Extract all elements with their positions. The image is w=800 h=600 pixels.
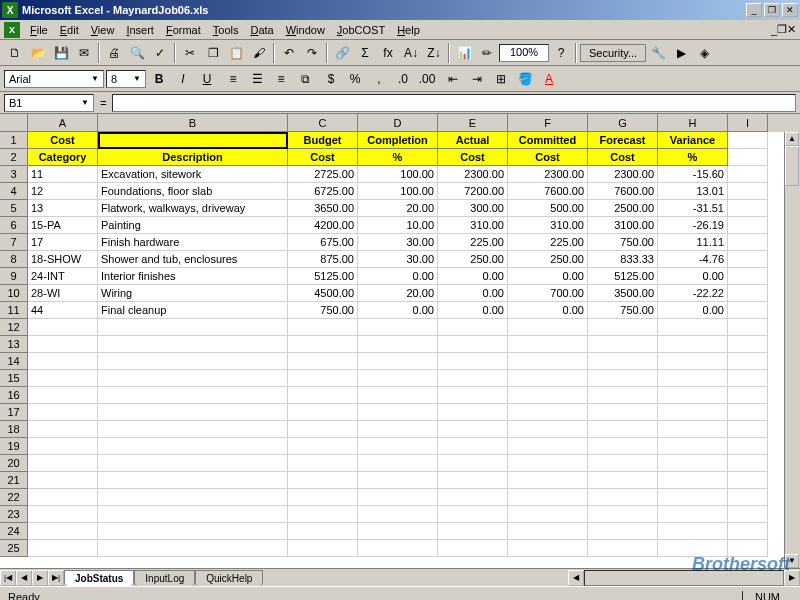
cell-G21[interactable] [588, 472, 658, 489]
cell-I16[interactable] [728, 387, 768, 404]
cell-H20[interactable] [658, 455, 728, 472]
inc-indent-icon[interactable]: ⇥ [466, 68, 488, 90]
cell-B18[interactable] [98, 421, 288, 438]
cell-C12[interactable] [288, 319, 358, 336]
cell-G1[interactable]: Forecast [588, 132, 658, 149]
cell-C17[interactable] [288, 404, 358, 421]
cell-D3[interactable]: 100.00 [358, 166, 438, 183]
cell-H11[interactable]: 0.00 [658, 302, 728, 319]
help-icon[interactable]: ? [550, 42, 572, 64]
underline-icon[interactable]: U [196, 68, 218, 90]
cell-H22[interactable] [658, 489, 728, 506]
cell-D25[interactable] [358, 540, 438, 557]
cell-F14[interactable] [508, 353, 588, 370]
cell-A1[interactable]: Cost [28, 132, 98, 149]
cell-G24[interactable] [588, 523, 658, 540]
cell-F19[interactable] [508, 438, 588, 455]
cell-C15[interactable] [288, 370, 358, 387]
cell-F8[interactable]: 250.00 [508, 251, 588, 268]
cell-G5[interactable]: 2500.00 [588, 200, 658, 217]
cell-C10[interactable]: 4500.00 [288, 285, 358, 302]
cell-H16[interactable] [658, 387, 728, 404]
cell-A11[interactable]: 44 [28, 302, 98, 319]
cell-C20[interactable] [288, 455, 358, 472]
cell-B8[interactable]: Shower and tub, enclosures [98, 251, 288, 268]
cell-C25[interactable] [288, 540, 358, 557]
cell-G22[interactable] [588, 489, 658, 506]
tools-icon[interactable]: 🔧 [647, 42, 669, 64]
cell-H24[interactable] [658, 523, 728, 540]
cell-F25[interactable] [508, 540, 588, 557]
close-button[interactable]: ✕ [782, 3, 798, 17]
tab-quickhelp[interactable]: QuickHelp [195, 570, 263, 586]
cell-F15[interactable] [508, 370, 588, 387]
cell-G15[interactable] [588, 370, 658, 387]
col-header-H[interactable]: H [658, 114, 728, 132]
row-header-6[interactable]: 6 [0, 217, 28, 234]
cell-C14[interactable] [288, 353, 358, 370]
cell-G6[interactable]: 3100.00 [588, 217, 658, 234]
doc-close-button[interactable]: ✕ [787, 23, 796, 36]
col-header-F[interactable]: F [508, 114, 588, 132]
cell-C9[interactable]: 5125.00 [288, 268, 358, 285]
cell-C22[interactable] [288, 489, 358, 506]
row-header-25[interactable]: 25 [0, 540, 28, 557]
cell-F24[interactable] [508, 523, 588, 540]
name-box[interactable]: B1▼ [4, 94, 94, 112]
cell-E18[interactable] [438, 421, 508, 438]
cell-A2[interactable]: Category [28, 149, 98, 166]
cell-E13[interactable] [438, 336, 508, 353]
cell-D24[interactable] [358, 523, 438, 540]
cell-H18[interactable] [658, 421, 728, 438]
cell-B2[interactable]: Description [98, 149, 288, 166]
cell-H1[interactable]: Variance [658, 132, 728, 149]
cell-F13[interactable] [508, 336, 588, 353]
cell-H23[interactable] [658, 506, 728, 523]
cell-F16[interactable] [508, 387, 588, 404]
cell-E1[interactable]: Actual [438, 132, 508, 149]
cell-I7[interactable] [728, 234, 768, 251]
comma-icon[interactable]: , [368, 68, 390, 90]
cell-C7[interactable]: 675.00 [288, 234, 358, 251]
cell-G12[interactable] [588, 319, 658, 336]
cell-B10[interactable]: Wiring [98, 285, 288, 302]
cell-G17[interactable] [588, 404, 658, 421]
menu-insert[interactable]: Insert [120, 22, 160, 38]
row-header-10[interactable]: 10 [0, 285, 28, 302]
cell-B17[interactable] [98, 404, 288, 421]
cell-A14[interactable] [28, 353, 98, 370]
font-combo[interactable]: Arial▼ [4, 70, 104, 88]
cut-icon[interactable]: ✂ [179, 42, 201, 64]
row-header-9[interactable]: 9 [0, 268, 28, 285]
cell-G2[interactable]: Cost [588, 149, 658, 166]
zoom-combo[interactable]: 100% [499, 44, 549, 62]
cell-B22[interactable] [98, 489, 288, 506]
cell-F6[interactable]: 310.00 [508, 217, 588, 234]
preview-icon[interactable]: 🔍 [126, 42, 148, 64]
cell-E12[interactable] [438, 319, 508, 336]
cell-C2[interactable]: Cost [288, 149, 358, 166]
borders-icon[interactable]: ⊞ [490, 68, 512, 90]
cell-D6[interactable]: 10.00 [358, 217, 438, 234]
paste-icon[interactable]: 📋 [225, 42, 247, 64]
save-icon[interactable]: 💾 [50, 42, 72, 64]
cell-I17[interactable] [728, 404, 768, 421]
security-button[interactable]: Security... [580, 44, 646, 62]
cell-G11[interactable]: 750.00 [588, 302, 658, 319]
cell-B21[interactable] [98, 472, 288, 489]
cell-B24[interactable] [98, 523, 288, 540]
row-header-14[interactable]: 14 [0, 353, 28, 370]
cell-A15[interactable] [28, 370, 98, 387]
cell-F20[interactable] [508, 455, 588, 472]
macro-icon[interactable]: ▶ [670, 42, 692, 64]
row-header-19[interactable]: 19 [0, 438, 28, 455]
cell-F9[interactable]: 0.00 [508, 268, 588, 285]
cell-D19[interactable] [358, 438, 438, 455]
vba-icon[interactable]: ◈ [693, 42, 715, 64]
cell-A23[interactable] [28, 506, 98, 523]
cell-B20[interactable] [98, 455, 288, 472]
cell-F1[interactable]: Committed [508, 132, 588, 149]
cell-D18[interactable] [358, 421, 438, 438]
function-icon[interactable]: fx [377, 42, 399, 64]
print-icon[interactable]: 🖨 [103, 42, 125, 64]
